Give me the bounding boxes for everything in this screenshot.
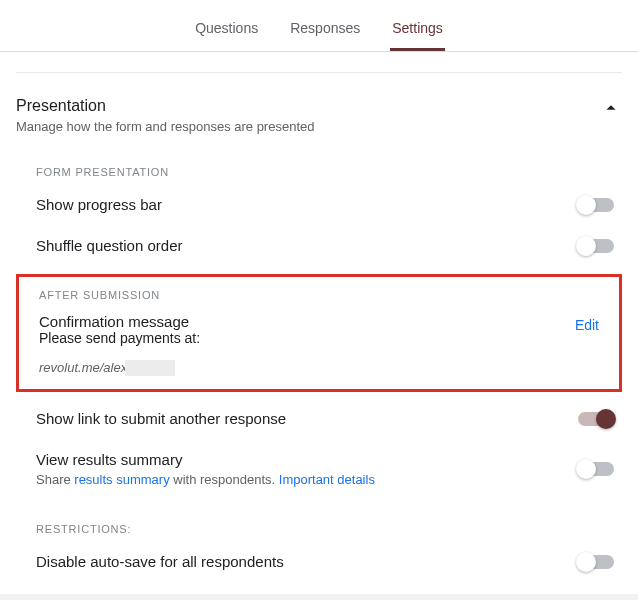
- results-label: View results summary: [36, 451, 375, 468]
- toggle-results-summary[interactable]: [578, 462, 614, 476]
- disable-autosave-label: Disable auto-save for all respondents: [36, 553, 284, 570]
- submit-another-label: Show link to submit another response: [36, 410, 286, 427]
- row-progress-bar: Show progress bar: [16, 184, 622, 225]
- confirmation-value: revolut.me/alex: [19, 346, 127, 385]
- shuffle-label: Shuffle question order: [36, 237, 183, 254]
- row-submit-another: Show link to submit another response: [16, 398, 622, 439]
- chevron-up-icon[interactable]: [600, 97, 622, 122]
- row-results-summary: View results summary Share results summa…: [16, 439, 622, 499]
- toggle-submit-another[interactable]: [578, 412, 614, 426]
- tabs-bar: Questions Responses Settings: [0, 10, 638, 52]
- tab-responses[interactable]: Responses: [288, 10, 362, 51]
- row-disable-autosave: Disable auto-save for all respondents: [16, 541, 622, 582]
- confirmation-text: Please send payments at:: [39, 330, 200, 346]
- tab-questions[interactable]: Questions: [193, 10, 260, 51]
- redacted-smudge: [125, 360, 175, 376]
- results-summary-link[interactable]: results summary: [74, 472, 169, 487]
- toggle-shuffle[interactable]: [578, 239, 614, 253]
- tab-settings[interactable]: Settings: [390, 10, 445, 51]
- section-header[interactable]: Presentation Manage how the form and res…: [16, 73, 622, 142]
- toggle-disable-autosave[interactable]: [578, 555, 614, 569]
- results-sub: Share results summary with respondents. …: [36, 472, 375, 487]
- confirmation-label: Confirmation message: [39, 313, 200, 330]
- results-sub-mid: with respondents.: [170, 472, 279, 487]
- section-subtitle: Manage how the form and responses are pr…: [16, 119, 314, 134]
- highlight-box: AFTER SUBMISSION Confirmation message Pl…: [16, 274, 622, 392]
- important-details-link[interactable]: Important details: [279, 472, 375, 487]
- progress-bar-label: Show progress bar: [36, 196, 162, 213]
- footer-gap: [0, 594, 638, 600]
- edit-button[interactable]: Edit: [567, 313, 607, 337]
- toggle-progress-bar[interactable]: [578, 198, 614, 212]
- row-shuffle: Shuffle question order: [16, 225, 622, 266]
- results-sub-pre: Share: [36, 472, 74, 487]
- section-title: Presentation: [16, 97, 314, 115]
- group-form-presentation: FORM PRESENTATION: [16, 142, 622, 184]
- group-restrictions: RESTRICTIONS:: [16, 499, 622, 541]
- group-after-submission: AFTER SUBMISSION: [19, 279, 619, 307]
